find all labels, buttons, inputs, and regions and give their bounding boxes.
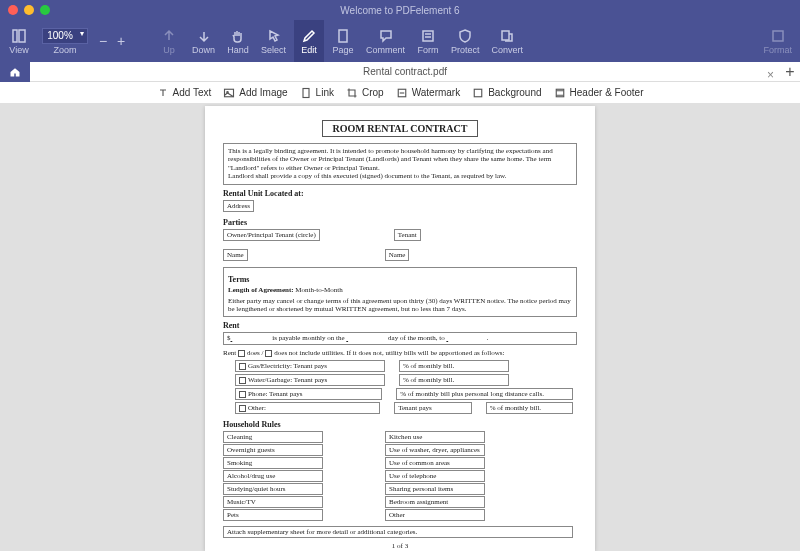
document-tab[interactable]: Rental contract.pdf × — [30, 66, 780, 77]
list-item: Studying/quiet hours — [223, 483, 323, 495]
list-item: Pets — [223, 509, 323, 521]
list-item: Sharing personal items — [385, 483, 485, 495]
crop-icon — [346, 87, 358, 99]
image-icon — [223, 87, 235, 99]
background-icon — [472, 87, 484, 99]
arrow-up-icon — [161, 27, 177, 45]
notice-text: Either party may cancel or change terms … — [228, 297, 572, 314]
view-button[interactable]: View — [4, 20, 34, 62]
form-button[interactable]: Form — [413, 20, 443, 62]
header-footer-button[interactable]: Header & Footer — [554, 87, 644, 99]
list-item: Use of washer, dryer, appliances — [385, 444, 485, 456]
name-field-1: Name — [223, 249, 248, 261]
located-heading: Rental Unit Located at: — [223, 189, 577, 198]
page-button[interactable]: Page — [328, 20, 358, 62]
header-footer-icon — [554, 87, 566, 99]
comment-button[interactable]: Comment — [362, 20, 409, 62]
length-value: Month-to-Month — [295, 286, 342, 294]
svg-rect-1 — [19, 30, 25, 42]
list-item: Use of telephone — [385, 470, 485, 482]
close-tab-button[interactable]: × — [767, 68, 774, 82]
pdf-page[interactable]: ROOM RENTAL CONTRACT This is a legally b… — [205, 106, 595, 551]
zoom-in-button[interactable]: + — [114, 33, 128, 49]
window-title: Welcome to PDFelement 6 — [0, 5, 800, 16]
owner-field: Owner/Principal Tenant (circle) — [223, 229, 320, 241]
zoom-group: 100% Zoom — [38, 20, 92, 62]
down-button[interactable]: Down — [188, 20, 219, 62]
form-icon — [420, 27, 436, 45]
household-heading: Household Rules — [223, 420, 577, 429]
rent-heading: Rent — [223, 321, 577, 330]
edit-button[interactable]: Edit — [294, 20, 324, 62]
length-label: Length of Agreement: — [228, 286, 294, 294]
rent-line: $ is payable monthly on the day of the m… — [223, 332, 577, 344]
convert-icon — [499, 27, 515, 45]
utilities-line: Rent does / does not include utilities. … — [223, 349, 577, 357]
list-item: Use of common areas — [385, 457, 485, 469]
arrow-down-icon — [196, 27, 212, 45]
edit-toolbar: Add Text Add Image Link Crop Watermark B… — [0, 82, 800, 104]
svg-rect-2 — [339, 30, 347, 42]
svg-rect-10 — [474, 89, 482, 97]
intro-box: This is a legally binding agreement. It … — [223, 143, 577, 185]
svg-rect-5 — [773, 31, 783, 41]
list-item: Kitchen use — [385, 431, 485, 443]
doc-title: ROOM RENTAL CONTRACT — [322, 120, 479, 137]
add-tab-button[interactable]: + — [780, 63, 800, 81]
parties-heading: Parties — [223, 218, 577, 227]
convert-button[interactable]: Convert — [488, 20, 528, 62]
link-icon — [300, 87, 312, 99]
attach-note: Attach supplementary sheet for more deta… — [223, 526, 573, 538]
list-item: Other — [385, 509, 485, 521]
zoom-select[interactable]: 100% — [42, 28, 88, 44]
main-ribbon: View 100% Zoom − + Up Down Hand Select E… — [0, 20, 800, 62]
crop-button[interactable]: Crop — [346, 87, 384, 99]
watermark-button[interactable]: Watermark — [396, 87, 461, 99]
name-field-2: Name — [385, 249, 410, 261]
hand-button[interactable]: Hand — [223, 20, 253, 62]
address-field: Address — [223, 200, 254, 212]
hand-icon — [230, 27, 246, 45]
home-icon — [9, 66, 21, 78]
up-button[interactable]: Up — [154, 20, 184, 62]
tenant-field: Tenant — [394, 229, 421, 241]
text-icon — [157, 87, 169, 99]
checkbox-does — [238, 350, 245, 357]
comment-icon — [378, 27, 394, 45]
terms-box: Terms Length of Agreement: Month-to-Mont… — [223, 267, 577, 318]
page-number: 1 of 3 — [223, 542, 577, 550]
svg-rect-8 — [303, 88, 309, 97]
add-image-button[interactable]: Add Image — [223, 87, 287, 99]
list-item: Cleaning — [223, 431, 323, 443]
cursor-icon — [266, 27, 282, 45]
document-canvas[interactable]: ROOM RENTAL CONTRACT This is a legally b… — [0, 104, 800, 551]
svg-rect-4 — [502, 31, 509, 40]
link-button[interactable]: Link — [300, 87, 334, 99]
home-tab[interactable] — [0, 62, 30, 82]
list-item: Music/TV — [223, 496, 323, 508]
format-icon — [770, 27, 786, 45]
terms-heading: Terms — [228, 275, 572, 285]
rules-col-1: Cleaning Overnight guests Smoking Alcoho… — [223, 431, 327, 522]
background-button[interactable]: Background — [472, 87, 541, 99]
add-text-button[interactable]: Add Text — [157, 87, 212, 99]
list-item: Bedroom assignment — [385, 496, 485, 508]
select-button[interactable]: Select — [257, 20, 290, 62]
svg-rect-0 — [13, 30, 17, 42]
zoom-out-button[interactable]: − — [96, 33, 110, 49]
rules-col-2: Kitchen use Use of washer, dryer, applia… — [385, 431, 489, 522]
watermark-icon — [396, 87, 408, 99]
checkbox-doesnot — [265, 350, 272, 357]
list-item: Overnight guests — [223, 444, 323, 456]
list-item: Alcohol/drug use — [223, 470, 323, 482]
list-item: Smoking — [223, 457, 323, 469]
shield-icon — [457, 27, 473, 45]
page-icon — [335, 27, 351, 45]
svg-rect-3 — [423, 31, 433, 41]
protect-button[interactable]: Protect — [447, 20, 484, 62]
edit-icon — [301, 27, 317, 45]
format-button[interactable]: Format — [759, 20, 796, 62]
view-icon — [11, 27, 27, 45]
tab-bar: Rental contract.pdf × + — [0, 62, 800, 82]
